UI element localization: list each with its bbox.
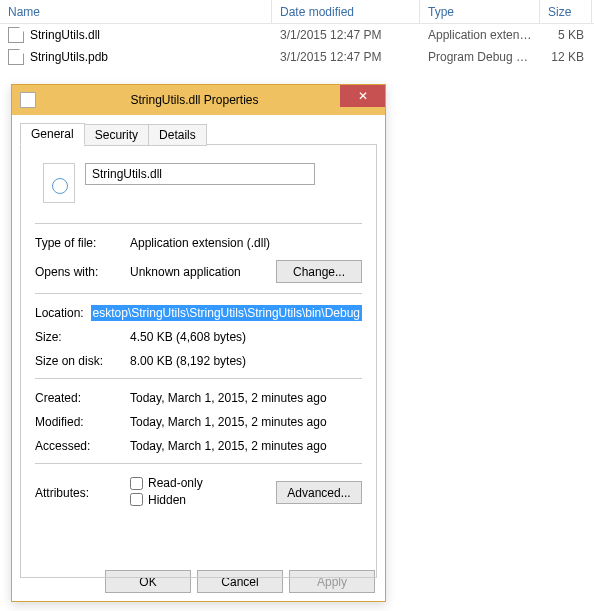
column-header-type[interactable]: Type xyxy=(420,0,540,23)
label-size-on-disk: Size on disk: xyxy=(35,354,130,368)
divider xyxy=(35,463,362,464)
hidden-label: Hidden xyxy=(148,493,186,507)
divider xyxy=(35,293,362,294)
close-button[interactable]: ✕ xyxy=(340,85,385,107)
value-opens-with: Unknown application xyxy=(130,265,276,279)
label-opens-with: Opens with: xyxy=(35,265,130,279)
divider xyxy=(35,378,362,379)
advanced-button[interactable]: Advanced... xyxy=(276,481,362,504)
label-created: Created: xyxy=(35,391,130,405)
readonly-checkbox[interactable] xyxy=(130,477,143,490)
file-list-header: Name Date modified Type Size xyxy=(0,0,594,24)
change-button[interactable]: Change... xyxy=(276,260,362,283)
file-row[interactable]: StringUtils.dll 3/1/2015 12:47 PM Applic… xyxy=(0,24,594,46)
file-name: StringUtils.dll xyxy=(30,28,100,42)
file-name: StringUtils.pdb xyxy=(30,50,108,64)
hidden-checkbox[interactable] xyxy=(130,493,143,506)
file-size: 5 KB xyxy=(540,28,592,42)
tab-panel-general: StringUtils.dll Type of file: Applicatio… xyxy=(20,144,377,578)
readonly-label: Read-only xyxy=(148,476,203,490)
file-date: 3/1/2015 12:47 PM xyxy=(272,50,420,64)
label-size: Size: xyxy=(35,330,130,344)
readonly-checkbox-wrap[interactable]: Read-only xyxy=(130,476,203,490)
window-title: StringUtils.dll Properties xyxy=(44,93,345,107)
titlebar[interactable]: StringUtils.dll Properties ✕ xyxy=(12,85,385,115)
properties-dialog: StringUtils.dll Properties ✕ General Sec… xyxy=(11,84,386,602)
file-date: 3/1/2015 12:47 PM xyxy=(272,28,420,42)
file-row[interactable]: StringUtils.pdb 3/1/2015 12:47 PM Progra… xyxy=(0,46,594,68)
column-header-name[interactable]: Name xyxy=(0,0,272,23)
file-type: Application extens... xyxy=(420,28,540,42)
value-modified: Today, March 1, 2015, 2 minutes ago xyxy=(130,415,362,429)
dll-file-icon xyxy=(8,27,24,43)
hidden-checkbox-wrap[interactable]: Hidden xyxy=(130,493,186,507)
value-location[interactable]: esktop\StringUtils\StringUtils\StringUti… xyxy=(91,305,362,321)
label-accessed: Accessed: xyxy=(35,439,130,453)
tab-general[interactable]: General xyxy=(20,123,85,145)
tab-details[interactable]: Details xyxy=(148,124,207,146)
value-size: 4.50 KB (4,608 bytes) xyxy=(130,330,362,344)
label-location: Location: xyxy=(35,306,91,320)
tab-security[interactable]: Security xyxy=(84,124,149,146)
label-attributes: Attributes: xyxy=(35,486,130,500)
close-icon: ✕ xyxy=(358,89,368,103)
divider xyxy=(35,223,362,224)
filename-input[interactable]: StringUtils.dll xyxy=(85,163,315,185)
value-size-on-disk: 8.00 KB (8,192 bytes) xyxy=(130,354,362,368)
label-type-of-file: Type of file: xyxy=(35,236,130,250)
tab-bar: General Security Details xyxy=(20,123,377,145)
value-created: Today, March 1, 2015, 2 minutes ago xyxy=(130,391,362,405)
label-modified: Modified: xyxy=(35,415,130,429)
file-size: 12 KB xyxy=(540,50,592,64)
file-type: Program Debug D... xyxy=(420,50,540,64)
column-header-size[interactable]: Size xyxy=(540,0,592,23)
pdb-file-icon xyxy=(8,49,24,65)
column-header-date[interactable]: Date modified xyxy=(272,0,420,23)
value-type-of-file: Application extension (.dll) xyxy=(130,236,362,250)
file-type-icon xyxy=(43,163,75,203)
window-icon xyxy=(20,92,36,108)
value-accessed: Today, March 1, 2015, 2 minutes ago xyxy=(130,439,362,453)
